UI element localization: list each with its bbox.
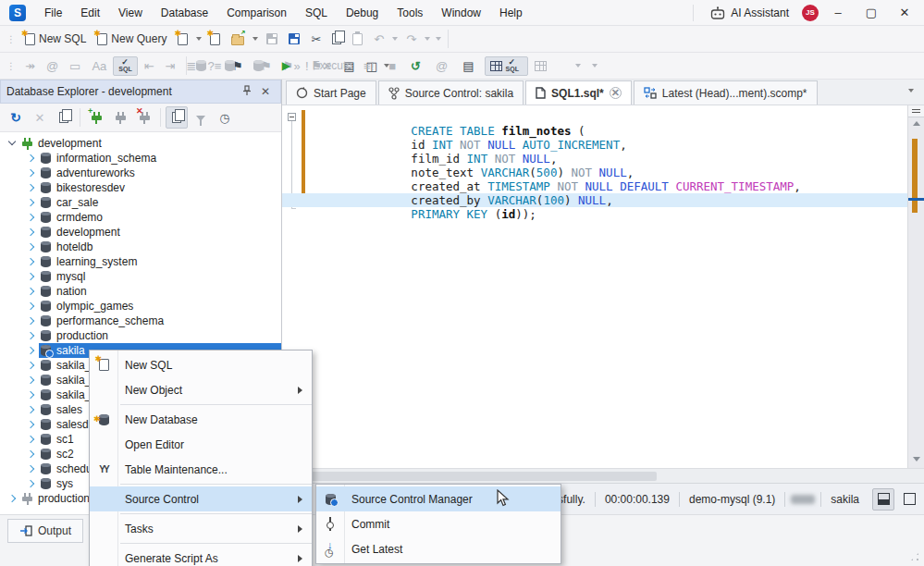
expander-chevron-icon[interactable]: [26, 420, 35, 429]
ai-assistant-button[interactable]: AI Assistant: [703, 4, 796, 22]
new-connection-button[interactable]: +: [85, 106, 107, 129]
expander-chevron-icon[interactable]: [26, 479, 35, 488]
tree-row[interactable]: hoteldb: [0, 240, 281, 254]
toolbar-button[interactable]: SQL: [113, 56, 137, 76]
expander-chevron-icon[interactable]: [26, 435, 35, 444]
tree-row[interactable]: performance_schema: [0, 314, 281, 328]
database-name[interactable]: sakila: [821, 493, 869, 506]
undo-button[interactable]: ↶: [369, 31, 388, 48]
scroll-up-icon[interactable]: [908, 117, 924, 130]
toolbar-button[interactable]: ! Execute: [301, 56, 357, 75]
tree-row[interactable]: olympic_games: [0, 299, 281, 314]
resize-grip[interactable]: [909, 551, 920, 562]
toolbar-button[interactable]: ↺: [406, 57, 429, 75]
fold-collapse-icon[interactable]: [288, 113, 296, 121]
tab-list-caret[interactable]: [908, 89, 914, 92]
tab-start-page[interactable]: Start Page: [286, 80, 376, 105]
menu-item-generate-script-as[interactable]: Generate Script As: [90, 546, 312, 566]
menu-item-new-sql[interactable]: New SQL: [90, 352, 312, 377]
expander-chevron-icon[interactable]: [26, 375, 35, 385]
splitter-handle[interactable]: [908, 105, 924, 117]
menu-help[interactable]: Help: [490, 2, 532, 24]
pin-icon[interactable]: [238, 85, 256, 98]
expander-chevron-icon[interactable]: [26, 198, 35, 207]
tree-row[interactable]: development: [0, 225, 281, 240]
expander-chevron-icon[interactable]: [26, 154, 35, 163]
copy-button[interactable]: [327, 31, 346, 47]
expander-chevron-icon[interactable]: [26, 331, 35, 340]
single-layout-button[interactable]: [898, 488, 920, 511]
menu-item-commit[interactable]: Commit: [316, 511, 561, 536]
toolbar-options-caret[interactable]: [592, 64, 598, 68]
expander-chevron-icon[interactable]: [26, 405, 35, 414]
edit-connection-button[interactable]: [109, 106, 131, 129]
expander-chevron-icon[interactable]: [7, 494, 17, 503]
toolbar-button[interactable]: ▤: [458, 57, 482, 75]
new-document-button[interactable]: [173, 31, 192, 48]
delete-button[interactable]: ✕: [29, 106, 51, 129]
remove-connection-button[interactable]: ✕: [133, 106, 155, 129]
sql-editor[interactable]: CREATE TABLE film_notes ( id INT NOT NUL…: [282, 105, 924, 468]
expander-chevron-icon[interactable]: [26, 272, 35, 281]
schedule-button[interactable]: ◷: [214, 106, 236, 129]
tree-row[interactable]: nation: [0, 284, 281, 299]
toolbar-button[interactable]: [249, 57, 276, 74]
tree-row[interactable]: development: [0, 136, 281, 151]
show-documents-button[interactable]: [166, 106, 188, 129]
tree-row[interactable]: crmdemo: [0, 210, 281, 225]
paste-button[interactable]: [348, 31, 367, 48]
expander-chevron-icon[interactable]: [26, 390, 35, 400]
menu-item-tasks[interactable]: Tasks: [90, 516, 312, 541]
expander-chevron-icon[interactable]: [26, 168, 35, 178]
menu-item-new-object[interactable]: New Object: [90, 377, 312, 402]
expander-chevron-icon[interactable]: [26, 228, 35, 237]
menu-item-get-latest[interactable]: Get Latest: [316, 536, 561, 561]
open-file-caret[interactable]: [253, 37, 258, 41]
tree-row[interactable]: bikestoresdev: [0, 180, 281, 195]
toolbar-button[interactable]: ≡!: [359, 57, 382, 75]
new-query-button[interactable]: New Query: [92, 30, 171, 48]
save-button[interactable]: [262, 31, 282, 47]
toolbar-button[interactable]: SQL: [485, 56, 528, 76]
vertical-scrollbar[interactable]: [907, 105, 924, 468]
menu-tools[interactable]: Tools: [388, 2, 432, 24]
expander-chevron-icon[interactable]: [7, 139, 17, 148]
expander-chevron-icon[interactable]: [26, 301, 35, 311]
menu-window[interactable]: Window: [432, 2, 490, 24]
tab-source-control[interactable]: Source Control: sakila: [378, 80, 524, 105]
close-button[interactable]: ✕: [891, 3, 918, 22]
new-document-caret[interactable]: [196, 37, 202, 41]
tab-scomp[interactable]: Latest (Head)...ment).scomp*: [634, 80, 818, 105]
expander-chevron-icon[interactable]: [26, 213, 35, 222]
toolbar-button[interactable]: ⇤: [140, 57, 159, 75]
tree-row[interactable]: information_schema: [0, 151, 281, 166]
expander-chevron-icon[interactable]: [26, 183, 35, 192]
scroll-down-icon[interactable]: [908, 453, 924, 466]
menu-sql[interactable]: SQL: [296, 2, 337, 24]
tree-row[interactable]: production: [0, 328, 281, 343]
tab-sql1[interactable]: SQL1.sql* ✕: [525, 80, 632, 105]
redo-button[interactable]: ↷: [401, 31, 421, 48]
menu-item-source-control[interactable]: Source Control: [90, 486, 312, 511]
toolbar-options-caret[interactable]: [436, 37, 441, 41]
tree-row[interactable]: car_sale: [0, 195, 281, 210]
user-avatar[interactable]: JS: [802, 5, 819, 21]
expander-chevron-icon[interactable]: [26, 449, 35, 459]
panel-close-icon[interactable]: ✕: [256, 85, 275, 98]
save-all-button[interactable]: [284, 31, 304, 47]
toolbar-button[interactable]: ■: [384, 57, 404, 75]
new-sql-button[interactable]: New SQL: [20, 30, 91, 48]
toolbar-button[interactable]: Aa: [87, 57, 111, 75]
toolbar-button[interactable]: ▶: [277, 57, 299, 75]
expander-chevron-icon[interactable]: [26, 361, 35, 370]
toolbar-grip[interactable]: ⋮: [6, 34, 15, 44]
horizontal-scrollbar[interactable]: [282, 468, 924, 483]
expander-chevron-icon[interactable]: [26, 346, 35, 355]
menu-item-open-editor[interactable]: Open Editor: [90, 432, 312, 457]
toolbar-button[interactable]: [561, 61, 588, 70]
toolbar-button[interactable]: @: [42, 57, 63, 75]
toolbar-button[interactable]: [530, 58, 559, 74]
expander-chevron-icon[interactable]: [26, 242, 35, 252]
expander-chevron-icon[interactable]: [26, 464, 35, 474]
refresh-button[interactable]: ↻: [5, 106, 27, 129]
